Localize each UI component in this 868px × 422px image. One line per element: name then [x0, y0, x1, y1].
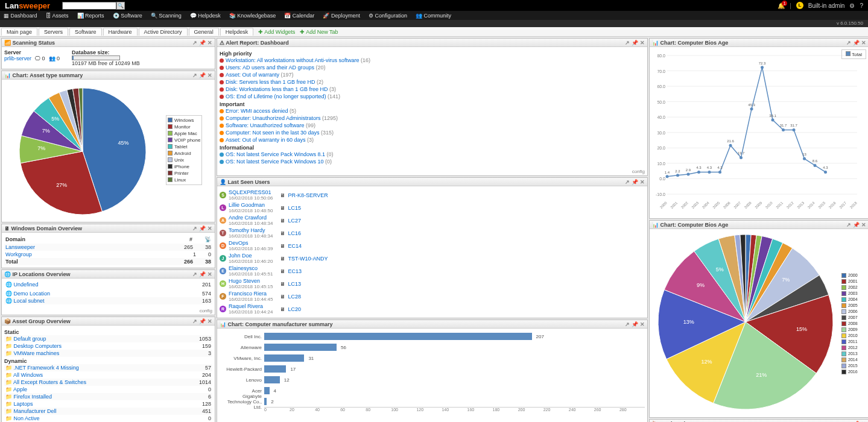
server-link[interactable]: prlib-server: [4, 55, 31, 61]
alert-link[interactable]: Asset: Out of warranty (197): [220, 71, 645, 78]
host-link[interactable]: PR-K8-SERVER: [288, 192, 328, 198]
alert-link[interactable]: Computer: Not seen in the last 30 days (…: [220, 129, 645, 136]
close-icon[interactable]: ✕: [640, 179, 645, 185]
popout-icon[interactable]: ↗: [192, 225, 197, 231]
help-icon[interactable]: ?: [860, 2, 863, 9]
user-link[interactable]: Francisco Riera: [229, 291, 267, 297]
close-icon[interactable]: ✕: [207, 271, 212, 277]
host-link[interactable]: LC28: [288, 294, 301, 300]
biosage-pie[interactable]: 7%15%21%12%13%9%5%: [652, 231, 839, 415]
alert-link[interactable]: Asset: Out of warranty in 60 days (3): [220, 136, 645, 143]
close-icon[interactable]: ✕: [861, 40, 866, 46]
menu-software[interactable]: 💿 Software: [113, 13, 142, 19]
assetgroup-link[interactable]: Laptops: [14, 401, 33, 407]
pin-icon[interactable]: 📌: [199, 271, 206, 277]
alert-link[interactable]: Users: AD users and their AD groups (20): [220, 64, 645, 71]
assetgroup-link[interactable]: Default group: [14, 336, 46, 342]
iploc-link[interactable]: Demo Location: [14, 291, 51, 297]
add-new-tab[interactable]: Add New Tab: [300, 29, 338, 35]
domain-link[interactable]: Workgroup: [5, 251, 32, 257]
menu-calendar[interactable]: 📅 Calendar: [284, 13, 314, 19]
assetgroup-link[interactable]: Apple: [13, 386, 27, 392]
assetgroup-link[interactable]: Manufacturer Dell: [14, 408, 57, 414]
alert-link[interactable]: Disk: Servers less than 1 GB free HD (2): [220, 78, 645, 86]
gear-icon[interactable]: ⚙: [849, 2, 855, 9]
popout-icon[interactable]: ↗: [625, 179, 630, 185]
popout-icon[interactable]: ↗: [625, 321, 630, 327]
tab-servers[interactable]: Servers: [39, 28, 68, 36]
pin-icon[interactable]: 📌: [199, 318, 206, 324]
assetgroup-link[interactable]: Firefox Installed: [14, 394, 52, 400]
close-icon[interactable]: ✕: [207, 225, 212, 231]
tab-helpdesk[interactable]: Helpdesk: [220, 28, 254, 36]
user-link[interactable]: Tomothy Hardy: [229, 227, 265, 233]
popout-icon[interactable]: ↗: [846, 40, 851, 46]
host-link[interactable]: LC13: [288, 281, 301, 287]
popout-icon[interactable]: ↗: [192, 40, 197, 46]
biosage-line-chart[interactable]: -10.00.010.020.030.040.050.060.070.080.0…: [652, 49, 866, 215]
iploc-link[interactable]: Local subnet: [14, 298, 45, 304]
alert-link[interactable]: Software: Unauthorized software (99): [220, 122, 645, 129]
assetgroup-link[interactable]: All Except Routers & Switches: [13, 379, 86, 385]
menu-configuration[interactable]: ⚙ Configuration: [369, 13, 407, 19]
menu-community[interactable]: 👥 Community: [416, 13, 451, 19]
add-widgets[interactable]: Add Widgets: [258, 29, 295, 35]
alert-link[interactable]: OS: Not latest Service Pack Windows 10 (…: [220, 158, 645, 165]
config-link[interactable]: config: [2, 307, 215, 315]
user-link[interactable]: Hugo Steven: [229, 278, 260, 284]
tab-general[interactable]: General: [189, 28, 219, 36]
close-icon[interactable]: ✕: [207, 318, 212, 324]
config-link[interactable]: config: [217, 168, 647, 175]
tab-ad[interactable]: Active Directory: [139, 28, 188, 36]
alert-link[interactable]: Computer: Unauthorized Administrators (1…: [220, 115, 645, 122]
popout-icon[interactable]: ↗: [192, 318, 197, 324]
domain-link[interactable]: Lansweeper: [5, 244, 35, 250]
menu-assets[interactable]: 🗄 Assets: [46, 13, 69, 19]
alert-link[interactable]: OS: Not latest Service Pack Windows 8.1 …: [220, 151, 645, 158]
alert-link[interactable]: Error: WMI access denied (5): [220, 107, 645, 115]
host-link[interactable]: EC13: [288, 268, 302, 274]
close-icon[interactable]: ✕: [207, 40, 212, 46]
pin-icon[interactable]: 📌: [199, 72, 206, 78]
pin-icon[interactable]: 📌: [632, 40, 638, 46]
host-link[interactable]: LC16: [288, 230, 301, 236]
search-button[interactable]: 🔍: [116, 2, 125, 10]
user-link[interactable]: Lillie Goodman: [229, 202, 265, 208]
user-link[interactable]: Elainesysco: [229, 265, 258, 271]
popout-icon[interactable]: ↗: [192, 72, 197, 78]
notification-icon[interactable]: 🔔1: [778, 2, 785, 9]
host-link[interactable]: LC20: [288, 306, 301, 312]
host-link[interactable]: TST-W10-ANDY: [288, 256, 328, 262]
alert-link[interactable]: Workstation: All workstations without An…: [220, 57, 645, 64]
close-icon[interactable]: ✕: [207, 72, 212, 78]
assetgroup-link[interactable]: All Windows: [13, 372, 43, 378]
popout-icon[interactable]: ↗: [192, 271, 197, 277]
pin-icon[interactable]: 📌: [632, 179, 638, 185]
alert-link[interactable]: OS: End of Lifetime (no longer supported…: [220, 93, 645, 100]
assetgroup-link[interactable]: Non Active: [14, 415, 40, 421]
assetgroup-link[interactable]: .NET Framework 4 Missing: [14, 365, 79, 371]
user-link[interactable]: John Doe: [229, 253, 252, 259]
tab-software[interactable]: Software: [69, 28, 102, 36]
user-link[interactable]: Raquel Rivera: [229, 303, 263, 309]
close-icon[interactable]: ✕: [640, 40, 645, 46]
popout-icon[interactable]: ↗: [625, 40, 630, 46]
iploc-link[interactable]: Undefined: [14, 282, 39, 288]
close-icon[interactable]: ✕: [640, 321, 645, 327]
host-link[interactable]: EC14: [288, 243, 302, 249]
user-link[interactable]: Andre Crawford: [229, 215, 267, 221]
user-link[interactable]: SQLEXPRESS01: [229, 189, 271, 195]
pin-icon[interactable]: 📌: [853, 40, 860, 46]
host-link[interactable]: LC27: [288, 218, 301, 224]
menu-reports[interactable]: 📊 Reports: [77, 13, 104, 19]
tab-mainpage[interactable]: Main page: [1, 28, 37, 36]
tab-hardware[interactable]: Hardware: [103, 28, 138, 36]
pin-icon[interactable]: 📌: [632, 321, 638, 327]
pin-icon[interactable]: 📌: [199, 40, 206, 46]
menu-deployment[interactable]: 🚀 Deployment: [323, 13, 360, 19]
asset-type-pie[interactable]: 45%27%7%7%5%: [4, 82, 161, 218]
pin-icon[interactable]: 📌: [853, 222, 860, 228]
username[interactable]: Built-in admin: [808, 2, 845, 9]
avatar[interactable]: L: [796, 2, 803, 9]
assetgroup-link[interactable]: Desktop Computers: [14, 343, 62, 349]
